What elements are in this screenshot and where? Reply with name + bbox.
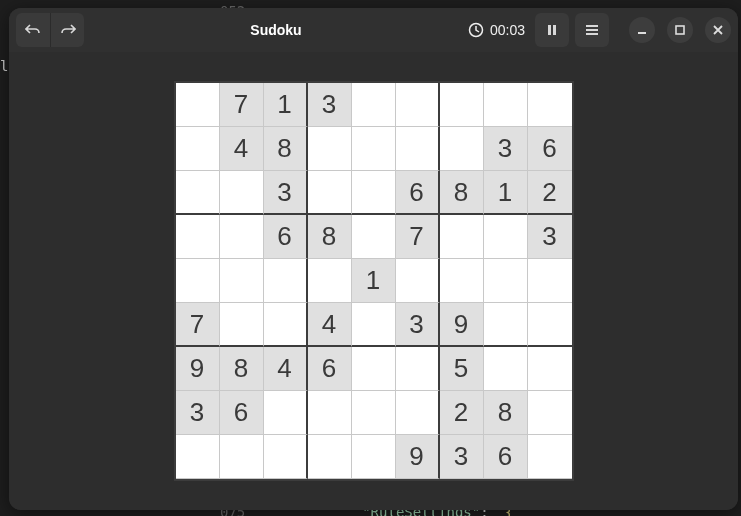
cell-r8-c2[interactable] [264, 435, 308, 479]
cell-r3-c5: 7 [396, 215, 440, 259]
cell-r4-c5[interactable] [396, 259, 440, 303]
cell-r5-c1[interactable] [220, 303, 264, 347]
cell-r7-c1: 6 [220, 391, 264, 435]
cell-r6-c7[interactable] [484, 347, 528, 391]
cell-r3-c0[interactable] [176, 215, 220, 259]
cell-r7-c6: 2 [440, 391, 484, 435]
cell-r3-c2: 6 [264, 215, 308, 259]
menu-button[interactable] [575, 13, 609, 47]
cell-r8-c6: 3 [440, 435, 484, 479]
cell-r2-c4[interactable] [352, 171, 396, 215]
clock-icon [468, 22, 484, 38]
cell-r1-c2: 8 [264, 127, 308, 171]
cell-r6-c4[interactable] [352, 347, 396, 391]
undo-button[interactable] [16, 13, 50, 47]
cell-r5-c7[interactable] [484, 303, 528, 347]
cell-r5-c4[interactable] [352, 303, 396, 347]
cell-r2-c5: 6 [396, 171, 440, 215]
cell-r3-c3: 8 [308, 215, 352, 259]
cell-r5-c8[interactable] [528, 303, 572, 347]
undo-redo-group [16, 13, 84, 47]
cell-r4-c1[interactable] [220, 259, 264, 303]
sudoku-board: 713483636812687317439984653628936 [174, 81, 574, 481]
cell-r4-c7[interactable] [484, 259, 528, 303]
cell-r6-c5[interactable] [396, 347, 440, 391]
cell-r1-c1: 4 [220, 127, 264, 171]
minimize-icon [634, 22, 650, 38]
cell-r4-c4: 1 [352, 259, 396, 303]
cell-r5-c2[interactable] [264, 303, 308, 347]
cell-r7-c3[interactable] [308, 391, 352, 435]
cell-r1-c7: 3 [484, 127, 528, 171]
sudoku-window: Sudoku 00:03 713483636812687317439984653… [9, 8, 738, 510]
cell-r5-c6: 9 [440, 303, 484, 347]
pause-button[interactable] [535, 13, 569, 47]
cell-r2-c8: 2 [528, 171, 572, 215]
cell-r6-c1: 8 [220, 347, 264, 391]
cell-r5-c3: 4 [308, 303, 352, 347]
cell-r1-c6[interactable] [440, 127, 484, 171]
timer: 00:03 [468, 22, 525, 38]
titlebar: Sudoku 00:03 [9, 8, 738, 52]
redo-icon [60, 22, 76, 38]
close-icon [710, 22, 726, 38]
cell-r3-c4[interactable] [352, 215, 396, 259]
cell-r1-c3[interactable] [308, 127, 352, 171]
cell-r4-c6[interactable] [440, 259, 484, 303]
cell-r3-c7[interactable] [484, 215, 528, 259]
cell-r6-c6: 5 [440, 347, 484, 391]
minimize-button[interactable] [629, 17, 655, 43]
cell-r0-c1: 7 [220, 83, 264, 127]
svg-rect-3 [676, 26, 684, 34]
cell-r8-c0[interactable] [176, 435, 220, 479]
cell-r3-c6[interactable] [440, 215, 484, 259]
cell-r7-c2[interactable] [264, 391, 308, 435]
cell-r4-c3[interactable] [308, 259, 352, 303]
window-title: Sudoku [90, 22, 462, 38]
cell-r4-c2[interactable] [264, 259, 308, 303]
close-button[interactable] [705, 17, 731, 43]
cell-r8-c7: 6 [484, 435, 528, 479]
cell-r7-c8[interactable] [528, 391, 572, 435]
cell-r2-c3[interactable] [308, 171, 352, 215]
cell-r0-c0[interactable] [176, 83, 220, 127]
cell-r2-c0[interactable] [176, 171, 220, 215]
game-area: 713483636812687317439984653628936 [9, 52, 738, 510]
timer-value: 00:03 [490, 22, 525, 38]
cell-r8-c8[interactable] [528, 435, 572, 479]
pause-icon [544, 22, 560, 38]
cell-r7-c5[interactable] [396, 391, 440, 435]
svg-rect-1 [548, 25, 551, 35]
svg-rect-2 [553, 25, 556, 35]
cell-r0-c4[interactable] [352, 83, 396, 127]
cell-r6-c3: 6 [308, 347, 352, 391]
cell-r0-c8[interactable] [528, 83, 572, 127]
cell-r1-c0[interactable] [176, 127, 220, 171]
cell-r4-c8[interactable] [528, 259, 572, 303]
cell-r1-c4[interactable] [352, 127, 396, 171]
cell-r4-c0[interactable] [176, 259, 220, 303]
cell-r8-c4[interactable] [352, 435, 396, 479]
cell-r6-c8[interactable] [528, 347, 572, 391]
cell-r0-c5[interactable] [396, 83, 440, 127]
cell-r8-c1[interactable] [220, 435, 264, 479]
cell-r5-c5: 3 [396, 303, 440, 347]
cell-r2-c7: 1 [484, 171, 528, 215]
cell-r0-c7[interactable] [484, 83, 528, 127]
cell-r0-c2: 1 [264, 83, 308, 127]
cell-r8-c3[interactable] [308, 435, 352, 479]
cell-r8-c5: 9 [396, 435, 440, 479]
cell-r1-c8: 6 [528, 127, 572, 171]
cell-r0-c6[interactable] [440, 83, 484, 127]
redo-button[interactable] [50, 13, 84, 47]
cell-r3-c1[interactable] [220, 215, 264, 259]
maximize-button[interactable] [667, 17, 693, 43]
cell-r3-c8: 3 [528, 215, 572, 259]
cell-r7-c7: 8 [484, 391, 528, 435]
cell-r7-c0: 3 [176, 391, 220, 435]
cell-r7-c4[interactable] [352, 391, 396, 435]
cell-r1-c5[interactable] [396, 127, 440, 171]
undo-icon [25, 22, 41, 38]
cell-r2-c1[interactable] [220, 171, 264, 215]
cell-r2-c6: 8 [440, 171, 484, 215]
